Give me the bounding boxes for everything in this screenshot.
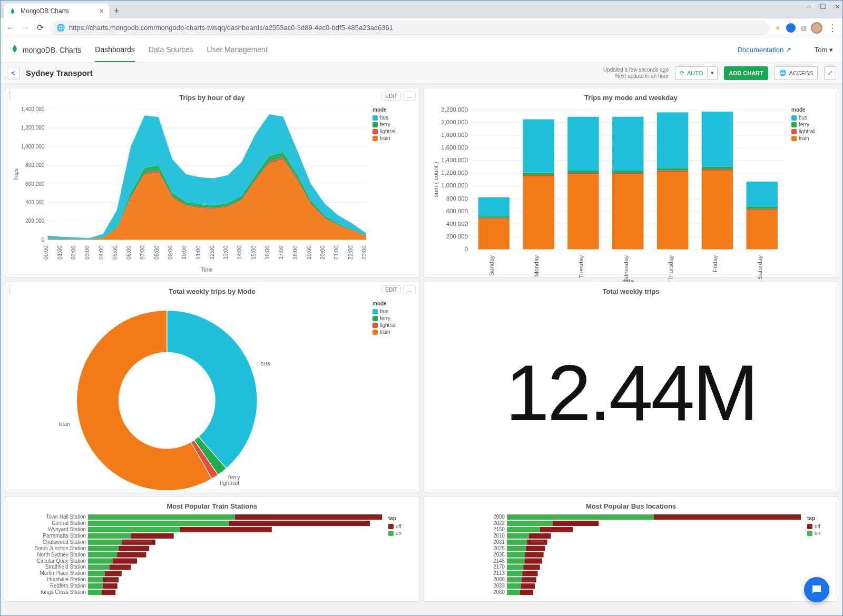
svg-text:2,000,000: 2,000,000 xyxy=(441,119,468,125)
svg-text:1,000,000: 1,000,000 xyxy=(441,182,468,188)
svg-rect-152 xyxy=(507,527,540,532)
svg-rect-79 xyxy=(567,117,599,171)
reload-icon[interactable]: ⟳ xyxy=(35,23,45,33)
documentation-link[interactable]: Documentation ↗ xyxy=(738,46,791,54)
svg-rect-141 xyxy=(103,583,117,589)
new-tab-button[interactable]: + xyxy=(109,4,124,18)
edit-button[interactable]: EDIT xyxy=(381,285,401,294)
svg-rect-140 xyxy=(88,583,103,589)
svg-text:200,000: 200,000 xyxy=(446,233,468,240)
chart-card-trips-by-hour[interactable]: EDIT … Trips by hour of day 0200,000400,… xyxy=(5,88,419,277)
svg-text:400,000: 400,000 xyxy=(446,221,468,227)
svg-rect-174 xyxy=(522,571,537,576)
svg-text:1,400,000: 1,400,000 xyxy=(441,157,468,163)
svg-text:train: train xyxy=(58,421,70,427)
svg-rect-88 xyxy=(657,168,688,170)
drag-handle-icon[interactable] xyxy=(7,285,12,293)
user-menu[interactable]: Tom ▾ xyxy=(815,46,833,54)
card-menu-icon[interactable]: … xyxy=(403,92,416,101)
svg-rect-111 xyxy=(229,521,370,526)
nav-back-icon[interactable]: ← xyxy=(6,23,15,33)
extension-icon[interactable] xyxy=(786,23,796,33)
svg-text:Friday: Friday xyxy=(712,255,718,272)
chart-card-weekly-mode[interactable]: EDIT … Total weekly trips by Mode busfer… xyxy=(5,282,419,492)
add-chart-button[interactable]: ADD CHART xyxy=(724,66,768,80)
svg-rect-146 xyxy=(507,514,654,520)
chart-card-train-stations[interactable]: Most Popular Train Stations Town Hall St… xyxy=(5,496,419,602)
edit-button[interactable]: EDIT xyxy=(381,92,401,101)
svg-text:bus: bus xyxy=(260,360,270,366)
window-maximize-icon[interactable]: ☐ xyxy=(820,3,826,11)
svg-text:200,000: 200,000 xyxy=(25,218,45,224)
svg-text:19:00: 19:00 xyxy=(306,245,312,260)
chart-title: Trips by hour of day xyxy=(11,94,414,102)
browser-tab[interactable]: MongoDB Charts × xyxy=(4,4,109,18)
drag-handle-icon[interactable] xyxy=(7,92,12,99)
svg-text:05:00: 05:00 xyxy=(112,245,118,260)
svg-rect-144 xyxy=(102,590,115,595)
svg-text:20:00: 20:00 xyxy=(320,245,326,260)
svg-text:23:00: 23:00 xyxy=(361,245,367,260)
svg-rect-170 xyxy=(507,564,523,570)
svg-rect-99 xyxy=(746,182,777,207)
nav-dashboards[interactable]: Dashboards xyxy=(95,37,135,62)
svg-text:Thursday: Thursday xyxy=(668,255,674,281)
svg-text:Parramatta Station: Parramatta Station xyxy=(43,533,86,539)
svg-rect-120 xyxy=(122,540,155,545)
url-input[interactable]: 🌐 https://charts.mongodb.com/mongodb-cha… xyxy=(50,21,770,35)
svg-rect-167 xyxy=(507,558,524,563)
leaf-icon xyxy=(10,44,19,56)
legend: mode bus ferry lightrail train xyxy=(790,104,832,286)
chart-title: Most Popular Bus locations xyxy=(429,502,832,510)
card-menu-icon[interactable]: … xyxy=(403,285,416,294)
svg-rect-81 xyxy=(612,174,643,249)
svg-text:1,200,000: 1,200,000 xyxy=(21,125,45,131)
svg-rect-132 xyxy=(110,564,131,570)
star-icon[interactable]: ★ xyxy=(775,24,781,32)
app-logo[interactable]: mongoDB. Charts xyxy=(10,44,81,56)
hbar-chart: 2000202221502010203120282035214821702113… xyxy=(429,512,806,598)
auto-refresh-button[interactable]: ⟳ AUTO xyxy=(675,66,708,80)
svg-text:2148: 2148 xyxy=(493,558,505,563)
auto-refresh-dropdown[interactable]: ▾ xyxy=(708,66,718,80)
nav-datasources[interactable]: Data Sources xyxy=(149,37,193,62)
chart-title: Most Popular Train Stations xyxy=(11,502,414,510)
apps-icon[interactable]: ▥ xyxy=(801,24,806,32)
svg-text:800,000: 800,000 xyxy=(25,162,45,168)
svg-rect-82 xyxy=(612,173,643,174)
svg-text:2088: 2088 xyxy=(493,577,505,582)
window-minimize-icon[interactable]: ─ xyxy=(807,3,811,11)
svg-text:2170: 2170 xyxy=(493,564,505,570)
svg-rect-114 xyxy=(180,527,271,532)
svg-text:01:00: 01:00 xyxy=(57,245,63,260)
svg-text:02:00: 02:00 xyxy=(71,245,76,260)
back-button[interactable]: < xyxy=(7,67,19,80)
svg-text:06:00: 06:00 xyxy=(126,245,132,260)
nav-usermgmt[interactable]: User Management xyxy=(207,37,268,62)
svg-text:03:00: 03:00 xyxy=(85,245,91,260)
fullscreen-button[interactable]: ⤢ xyxy=(824,66,836,80)
window-close-icon[interactable]: ✕ xyxy=(835,3,840,11)
svg-text:2033: 2033 xyxy=(493,583,505,589)
svg-rect-161 xyxy=(507,546,526,551)
chart-card-trips-by-weekday[interactable]: Trips my mode and weekday 0200,000400,00… xyxy=(424,88,838,277)
access-button[interactable]: 🌐 ACCESS xyxy=(775,66,818,80)
svg-rect-117 xyxy=(131,533,173,539)
svg-text:Bondi Junction Station: Bondi Junction Station xyxy=(35,545,86,551)
kebab-icon[interactable]: ⋮ xyxy=(828,22,837,34)
chart-card-weekly-total[interactable]: Total weekly trips 12.44M xyxy=(424,282,838,492)
svg-text:Chatswood Station: Chatswood Station xyxy=(43,539,86,545)
nav-forward-icon[interactable]: → xyxy=(21,23,30,33)
svg-text:2,200,000: 2,200,000 xyxy=(441,106,468,113)
svg-text:Tuesday: Tuesday xyxy=(578,255,584,279)
profile-avatar[interactable] xyxy=(811,22,822,34)
chart-card-bus-locations[interactable]: Most Popular Bus locations 2000202221502… xyxy=(424,496,838,602)
chat-widget-button[interactable] xyxy=(804,577,829,602)
svg-rect-137 xyxy=(88,577,103,582)
tab-close-icon[interactable]: × xyxy=(100,7,104,15)
svg-rect-158 xyxy=(507,540,527,545)
svg-rect-68 xyxy=(478,216,509,218)
browser-addressbar: ← → ⟳ 🌐 https://charts.mongodb.com/mongo… xyxy=(1,18,842,37)
svg-text:17:00: 17:00 xyxy=(279,245,285,260)
svg-text:lightrail: lightrail xyxy=(220,480,239,486)
